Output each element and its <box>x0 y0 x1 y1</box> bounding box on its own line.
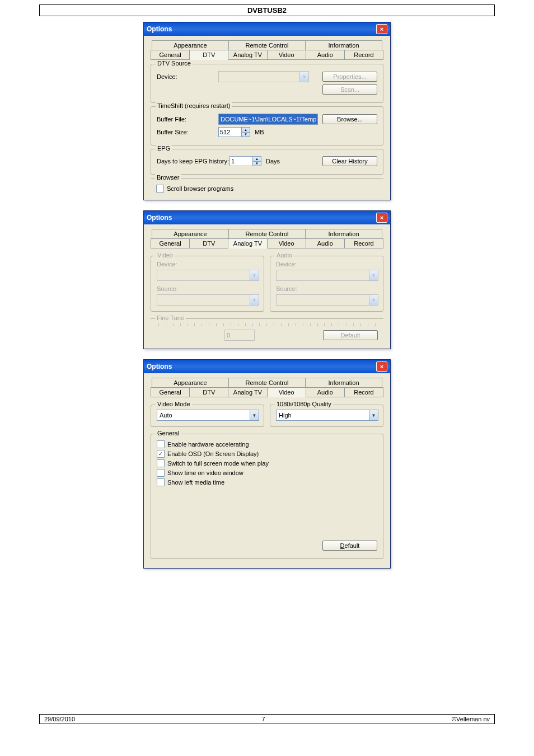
tab-information[interactable]: Information <box>306 378 382 388</box>
device-combo: ▼ <box>218 71 309 82</box>
spin-down-icon[interactable]: ▼ <box>242 133 250 137</box>
tab-video[interactable]: Video <box>268 387 306 397</box>
spin-up-icon[interactable]: ▲ <box>253 157 261 162</box>
chevron-down-icon: ▼ <box>299 72 308 82</box>
checkbox-box[interactable] <box>157 478 165 486</box>
close-icon[interactable]: × <box>376 361 387 372</box>
checkbox-box[interactable] <box>157 459 165 467</box>
checkbox-label: Scroll browser programs <box>167 185 233 192</box>
checkbox-box[interactable]: ✓ <box>157 450 165 458</box>
tab-general[interactable]: General <box>151 238 190 248</box>
tab-analogtv[interactable]: Analog TV <box>228 387 267 397</box>
leftmedia-checkbox[interactable]: Show left media time <box>157 478 377 486</box>
tab-general[interactable]: General <box>151 387 190 397</box>
footer-copyright: ©Velleman nv <box>452 716 490 722</box>
group-title: EPG <box>156 145 172 152</box>
tab-information[interactable]: Information <box>306 40 382 50</box>
titlebar: Options × <box>144 360 390 373</box>
spin-down-icon[interactable]: ▼ <box>253 162 261 166</box>
tab-dtv[interactable]: DTV <box>190 50 228 60</box>
buffersize-stepper[interactable]: ▲▼ <box>218 127 250 137</box>
checkbox-label: Enable hardware accelerating <box>167 441 249 448</box>
epg-days-input[interactable] <box>229 156 252 166</box>
epg-days-unit: Days <box>266 158 280 165</box>
epg-days-stepper[interactable]: ▲▼ <box>229 156 261 166</box>
chevron-down-icon[interactable]: ▼ <box>369 410 378 420</box>
device-label: Device: <box>276 261 377 267</box>
tab-remote-control[interactable]: Remote Control <box>229 40 306 50</box>
quality-group: 1080i/1080p Quality High ▼ <box>270 405 383 427</box>
tab-appearance[interactable]: Appearance <box>152 40 229 50</box>
titlebar: Options × <box>144 22 390 36</box>
group-title: 1080i/1080p Quality <box>275 401 333 407</box>
tab-container: Appearance Remote Control Information Ge… <box>151 229 383 248</box>
tab-dtv[interactable]: DTV <box>190 387 228 397</box>
tab-record[interactable]: Record <box>345 387 383 397</box>
tab-remote-control[interactable]: Remote Control <box>229 378 306 388</box>
audio-group: Audio Device: ▼ Source: ▼ <box>270 256 383 312</box>
buffersize-input[interactable] <box>218 127 241 137</box>
tab-container: Appearance Remote Control Information Ge… <box>151 378 383 397</box>
tab-analogtv[interactable]: Analog TV <box>228 238 267 248</box>
footer-page: 7 <box>261 716 265 722</box>
default-button: Default <box>323 330 378 340</box>
timeshift-group: TimeShift (requires restart) Buffer File… <box>151 106 383 145</box>
dialogs-area: Options × Appearance Remote Control Info… <box>0 22 534 569</box>
tab-dtv[interactable]: DTV <box>190 238 228 248</box>
tab-video[interactable]: Video <box>268 238 306 248</box>
checkbox-box[interactable] <box>156 185 164 192</box>
tab-video[interactable]: Video <box>268 50 306 60</box>
epg-group: EPG Days to keep EPG history: ▲▼ Days Cl… <box>151 149 383 175</box>
tab-appearance[interactable]: Appearance <box>152 378 229 388</box>
general-group: General Enable hardware accelerating ✓ E… <box>151 434 383 559</box>
video-group: Video Device: ▼ Source: ▼ <box>151 256 264 312</box>
epg-days-label: Days to keep EPG history: <box>157 158 229 165</box>
group-title: Video <box>156 252 175 259</box>
spin-up-icon[interactable]: ▲ <box>242 128 250 133</box>
tab-analogtv[interactable]: Analog TV <box>228 50 267 60</box>
tab-audio[interactable]: Audio <box>306 238 345 248</box>
checkbox-label: Show left media time <box>167 479 224 486</box>
osd-checkbox[interactable]: ✓ Enable OSD (On Screen Display) <box>157 450 377 458</box>
checkbox-box[interactable] <box>157 440 165 448</box>
tab-record[interactable]: Record <box>345 50 383 60</box>
bufferfile-input[interactable] <box>218 114 318 125</box>
default-button[interactable]: Default <box>322 541 377 551</box>
finetune-value <box>224 330 255 341</box>
chevron-down-icon: ▼ <box>369 270 378 280</box>
combo-value: Auto <box>157 412 172 419</box>
footer-date: 29/09/2010 <box>44 716 75 722</box>
checkbox-box[interactable] <box>157 469 165 477</box>
tab-remote-control[interactable]: Remote Control <box>229 229 306 239</box>
tab-appearance[interactable]: Appearance <box>152 229 229 239</box>
tab-information[interactable]: Information <box>306 229 382 239</box>
buffersize-unit: MB <box>255 129 264 135</box>
page-footer: 29/09/2010 7 ©Velleman nv <box>39 714 495 724</box>
hw-accel-checkbox[interactable]: Enable hardware accelerating <box>157 440 377 448</box>
tab-audio[interactable]: Audio <box>306 387 345 397</box>
video-source-combo: ▼ <box>157 294 259 306</box>
finetune-group: Fine Tune Default <box>151 318 383 341</box>
options-dialog-video: Options × Appearance Remote Control Info… <box>143 359 391 569</box>
close-icon[interactable]: × <box>376 213 387 223</box>
showtime-checkbox[interactable]: Show time on video window <box>157 469 377 477</box>
dtv-source-group: DTV Source Device: ▼ Properties... Scan.… <box>151 64 383 103</box>
buffersize-label: Buffer Size: <box>157 129 218 135</box>
clear-history-button[interactable]: Clear History <box>322 156 377 166</box>
group-title: Video Mode <box>156 401 192 407</box>
options-dialog-dtv: Options × Appearance Remote Control Info… <box>143 22 391 200</box>
browse-button[interactable]: Browse... <box>322 114 377 124</box>
fullscreen-checkbox[interactable]: Switch to full screen mode when play <box>157 459 377 467</box>
checkbox-label: Switch to full screen mode when play <box>167 460 269 467</box>
scroll-programs-checkbox[interactable]: Scroll browser programs <box>156 185 378 192</box>
tab-general[interactable]: General <box>151 50 190 60</box>
tab-audio[interactable]: Audio <box>306 50 345 60</box>
chevron-down-icon[interactable]: ▼ <box>250 410 259 420</box>
checkbox-label: Enable OSD (On Screen Display) <box>167 450 259 457</box>
videomode-combo[interactable]: Auto ▼ <box>157 410 259 421</box>
quality-combo[interactable]: High ▼ <box>276 410 378 421</box>
titlebar: Options × <box>144 211 390 224</box>
group-title: TimeShift (requires restart) <box>156 102 232 109</box>
tab-record[interactable]: Record <box>345 238 383 248</box>
close-icon[interactable]: × <box>376 24 387 34</box>
